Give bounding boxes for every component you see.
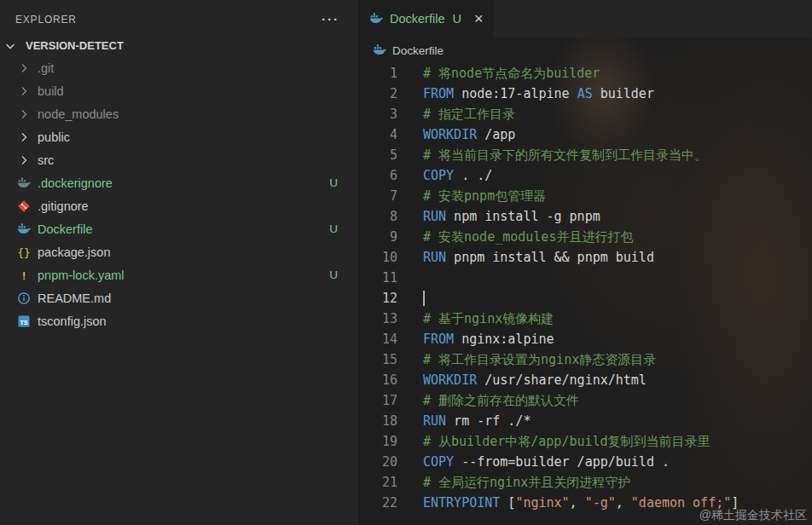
svg-text:!: ! (20, 269, 26, 281)
sidebar-item-.dockerignore[interactable]: .dockerignoreU (0, 171, 358, 194)
code-line-content: COPY . ./ (423, 165, 492, 186)
docker-icon (373, 43, 386, 57)
code-line[interactable]: 2FROM node:17-alpine AS builder (358, 84, 812, 104)
item-label: node_modules (38, 107, 119, 121)
sidebar-item-.gitignore[interactable]: .gitignore (0, 194, 358, 217)
code-line[interactable]: 4WORKDIR /app (358, 124, 812, 145)
code-line[interactable]: 1# 将node节点命名为builder (358, 63, 812, 84)
chevron-right-icon (17, 130, 31, 144)
pnpm-icon: ! (17, 268, 31, 282)
line-number: 18 (358, 411, 397, 431)
more-actions-icon[interactable]: ··· (322, 12, 339, 26)
line-number: 20 (358, 452, 397, 472)
watermark: @稀土掘金技术社区 (699, 508, 807, 523)
code-line-content: ENTRYPOINT ["nginx", "-g", "daemon off;"… (423, 493, 739, 513)
item-label: public (38, 130, 70, 144)
code-line[interactable]: 3# 指定工作目录 (358, 104, 812, 124)
line-number: 19 (358, 431, 397, 452)
line-number: 5 (358, 145, 397, 165)
sidebar-item-node_modules[interactable]: node_modules (0, 102, 358, 125)
line-number: 11 (358, 268, 397, 288)
code-line[interactable]: 21# 全局运行nginx并且关闭进程守护 (358, 472, 812, 493)
code-editor[interactable]: 1# 将node节点命名为builder2FROM node:17-alpine… (358, 63, 812, 513)
code-line[interactable]: 15# 将工作目录设置为nginx静态资源目录 (358, 349, 812, 370)
code-line-content: # 安装node_modules并且进行打包 (423, 227, 633, 247)
code-line[interactable]: 6COPY . ./ (358, 165, 812, 186)
sidebar-item-.git[interactable]: .git (0, 56, 358, 79)
sidebar-item-public[interactable]: public (0, 125, 358, 148)
breadcrumb[interactable]: Dockerfile (358, 38, 812, 63)
svg-text:TS: TS (20, 318, 28, 326)
line-number: 6 (358, 165, 397, 186)
code-line-content: RUN rm -rf ./* (423, 411, 531, 431)
code-line[interactable]: 10RUN pnpm install && pnpm build (358, 247, 812, 268)
code-line-content: RUN npm install -g pnpm (423, 206, 600, 227)
item-label: Dockerfile (38, 222, 92, 236)
breadcrumb-item: Dockerfile (392, 44, 444, 57)
code-line-content (423, 288, 425, 309)
explorer-title: EXPLORER (15, 14, 77, 26)
code-line-content: # 将当前目录下的所有文件复制到工作目录当中。 (423, 145, 707, 165)
chevron-right-icon (17, 153, 31, 167)
sidebar-item-Dockerfile[interactable]: DockerfileU (0, 217, 358, 240)
item-label: tsconfig.json (38, 314, 107, 328)
code-line[interactable]: 7# 安装pnpm包管理器 (358, 186, 812, 206)
line-number: 3 (358, 104, 397, 124)
chevron-right-icon (17, 84, 31, 98)
code-line[interactable]: 16WORKDIR /usr/share/nginx/html (358, 370, 812, 390)
info-icon (17, 291, 31, 305)
code-line[interactable]: 12 (358, 288, 812, 309)
item-label: .gitignore (38, 199, 89, 213)
code-line[interactable]: 20COPY --from=builder /app/build . (358, 452, 812, 472)
code-line[interactable]: 18RUN rm -rf ./* (358, 411, 812, 431)
code-line-content: COPY --from=builder /app/build . (423, 452, 670, 472)
sidebar-item-package.json[interactable]: {}package.json (0, 240, 358, 263)
editor-group: Dockerfile U × Dockerfile 1# 将node节点命名为b… (358, 0, 812, 525)
line-number: 14 (358, 329, 397, 349)
sidebar-item-build[interactable]: build (0, 79, 358, 102)
git-status-badge: U (329, 222, 338, 235)
item-label: .git (38, 61, 54, 75)
code-line[interactable]: 14FROM nginx:alpine (358, 329, 812, 349)
line-number: 21 (358, 472, 397, 493)
line-number: 17 (358, 390, 397, 411)
line-number: 8 (358, 206, 397, 227)
line-number: 1 (358, 63, 397, 84)
git-status-badge: U (452, 12, 461, 26)
line-number: 22 (358, 493, 397, 513)
sidebar-item-pnpm-lock.yaml[interactable]: !pnpm-lock.yamlU (0, 263, 358, 286)
sidebar-item-src[interactable]: src (0, 148, 358, 171)
git-icon (17, 199, 31, 213)
chevron-right-icon (17, 61, 31, 75)
explorer-sidebar: EXPLORER ··· VERSION-DETECT .gitbuildnod… (0, 0, 358, 525)
line-number: 10 (358, 247, 397, 268)
code-line[interactable]: 19# 从builder中将/app/build复制到当前目录里 (358, 431, 812, 452)
code-line[interactable]: 17# 删除之前存在的默认文件 (358, 390, 812, 411)
sidebar-item-README.md[interactable]: README.md (0, 286, 358, 309)
tab-label: Dockerfile (390, 12, 444, 26)
code-line[interactable]: 5# 将当前目录下的所有文件复制到工作目录当中。 (358, 145, 812, 165)
text-cursor (423, 291, 425, 306)
sidebar-section-version-detect[interactable]: VERSION-DETECT (0, 35, 358, 56)
git-status-badge: U (329, 268, 338, 281)
item-label: pnpm-lock.yaml (38, 268, 125, 282)
code-line-content: # 将node节点命名为builder (423, 63, 600, 84)
line-number: 7 (358, 186, 397, 206)
code-line[interactable]: 9# 安装node_modules并且进行打包 (358, 227, 812, 247)
code-line[interactable]: 13# 基于nginx镜像构建 (358, 309, 812, 329)
line-number: 2 (358, 84, 397, 104)
code-line[interactable]: 11 (358, 268, 812, 288)
code-line-content: # 删除之前存在的默认文件 (423, 390, 579, 411)
close-icon[interactable]: × (474, 11, 484, 26)
docker-icon (17, 176, 31, 190)
svg-text:{}: {} (17, 245, 31, 258)
code-line-content: # 将工作目录设置为nginx静态资源目录 (423, 349, 656, 370)
sidebar-item-tsconfig.json[interactable]: TStsconfig.json (0, 309, 358, 332)
code-line-content: # 指定工作目录 (423, 104, 515, 124)
explorer-header: EXPLORER ··· (0, 0, 358, 35)
code-line-content: # 基于nginx镜像构建 (423, 309, 554, 329)
code-line-content: # 全局运行nginx并且关闭进程守护 (423, 472, 630, 493)
tab-dockerfile[interactable]: Dockerfile U × (358, 0, 494, 38)
item-label: src (38, 153, 54, 167)
code-line[interactable]: 8RUN npm install -g pnpm (358, 206, 812, 227)
